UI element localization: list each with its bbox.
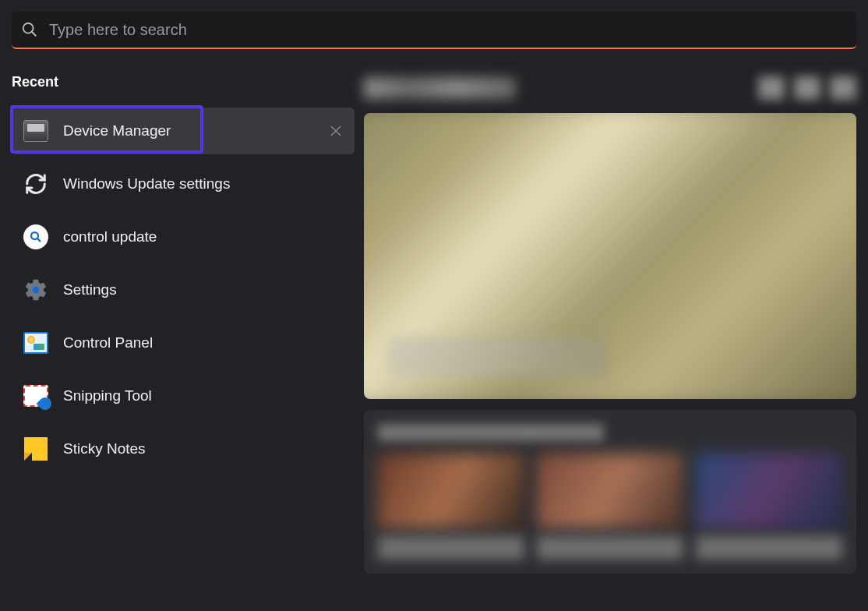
recent-item-label: Control Panel bbox=[63, 334, 153, 351]
feed-secondary-title-blurred bbox=[378, 424, 604, 441]
recent-item-label: Settings bbox=[63, 281, 117, 298]
svg-point-6 bbox=[33, 287, 40, 294]
svg-point-4 bbox=[31, 232, 38, 239]
feed-title-blurred bbox=[364, 77, 516, 99]
feed-controls-blurred bbox=[758, 76, 856, 100]
feed-thumb-label-blurred bbox=[537, 536, 683, 560]
feed-thumb[interactable] bbox=[378, 454, 524, 528]
svg-line-1 bbox=[32, 32, 37, 37]
recent-item-sticky-notes[interactable]: Sticky Notes bbox=[12, 426, 355, 472]
recent-item-settings[interactable]: Settings bbox=[12, 267, 355, 313]
device-manager-icon bbox=[23, 118, 49, 144]
search-result-icon bbox=[23, 224, 49, 250]
svg-point-0 bbox=[23, 23, 34, 34]
recent-item-label: Snipping Tool bbox=[63, 387, 152, 404]
feed-secondary-card bbox=[364, 410, 856, 574]
recent-item-label: Sticky Notes bbox=[63, 440, 146, 457]
feed-thumb[interactable] bbox=[537, 454, 683, 528]
feed-hero-card[interactable] bbox=[364, 113, 856, 399]
sticky-notes-icon bbox=[23, 436, 49, 462]
recent-item-label: Device Manager bbox=[63, 122, 171, 140]
snipping-tool-icon bbox=[23, 383, 49, 409]
feed-hero-caption-blurred bbox=[387, 337, 605, 376]
search-icon bbox=[21, 21, 38, 38]
recent-item-control-update[interactable]: control update bbox=[12, 214, 355, 260]
recent-heading: Recent bbox=[12, 74, 355, 90]
recent-item-windows-update[interactable]: Windows Update settings bbox=[12, 161, 355, 207]
recent-panel: Recent Device Manager bbox=[12, 74, 355, 574]
feed-thumb-label-blurred bbox=[378, 536, 524, 560]
recent-item-label: Windows Update settings bbox=[63, 175, 230, 192]
refresh-icon bbox=[23, 171, 49, 197]
recent-item-control-panel[interactable]: Control Panel bbox=[12, 320, 355, 366]
search-input[interactable] bbox=[49, 21, 847, 39]
recent-item-device-manager[interactable]: Device Manager bbox=[12, 108, 355, 154]
svg-line-5 bbox=[37, 238, 41, 242]
feed-panel bbox=[364, 74, 856, 574]
feed-thumb[interactable] bbox=[696, 454, 842, 528]
recent-item-snipping-tool[interactable]: Snipping Tool bbox=[12, 373, 355, 419]
close-icon[interactable] bbox=[330, 125, 342, 137]
feed-thumb-label-blurred bbox=[696, 536, 842, 560]
control-panel-icon bbox=[23, 330, 49, 356]
search-bar[interactable] bbox=[12, 12, 856, 49]
gear-icon bbox=[23, 277, 49, 303]
recent-item-label: control update bbox=[63, 228, 157, 245]
